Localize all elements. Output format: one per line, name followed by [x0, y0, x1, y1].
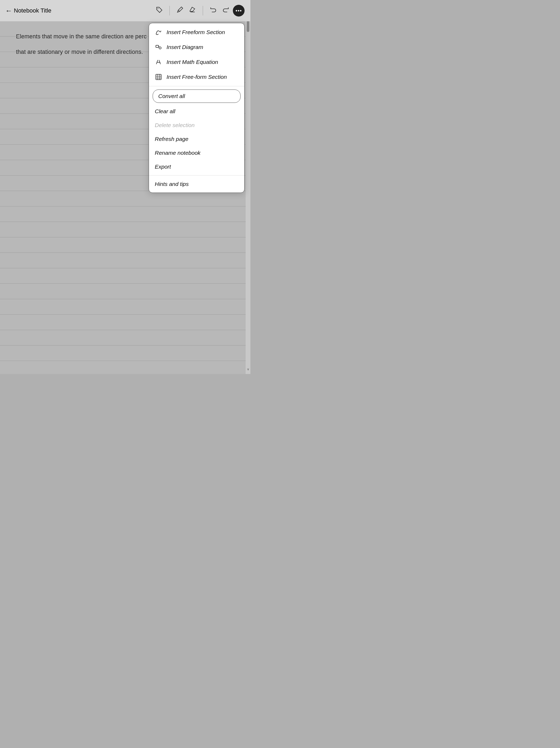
notebook-line	[0, 268, 246, 268]
insert-freeform-label: Insert Freeform Section	[166, 29, 225, 36]
diagram-icon	[155, 43, 162, 51]
notebook-line	[0, 221, 246, 222]
menu-item-insert-freeform[interactable]: Insert Freeform Section	[149, 25, 244, 40]
hints-and-tips-label: Hints and tips	[155, 181, 189, 187]
svg-rect-1	[156, 45, 159, 47]
svg-point-0	[158, 8, 159, 9]
undo-button[interactable]	[207, 5, 219, 17]
notebook-line	[0, 345, 246, 346]
eraser-button[interactable]	[187, 5, 199, 17]
rename-notebook-label: Rename notebook	[155, 150, 201, 156]
menu-item-clear-all[interactable]: Clear all	[149, 104, 244, 118]
insert-diagram-label: Insert Diagram	[166, 44, 203, 50]
menu-item-insert-diagram[interactable]: Insert Diagram	[149, 40, 244, 54]
menu-section-insert: Insert Freeform Section Insert Diagram I…	[149, 23, 244, 86]
menu-item-convert-all[interactable]: Convert all	[153, 90, 240, 103]
grid-icon	[155, 73, 162, 81]
notebook-line	[0, 253, 246, 253]
menu-item-insert-freeform-section[interactable]: Insert Free-form Section	[149, 70, 244, 85]
eraser-icon	[189, 6, 196, 15]
menu-item-rename-notebook[interactable]: Rename notebook	[149, 146, 244, 160]
redo-button[interactable]	[220, 5, 232, 17]
refresh-page-label: Refresh page	[155, 136, 188, 142]
more-options-button[interactable]: •••	[233, 5, 244, 17]
scroll-down-icon: ∨	[247, 367, 249, 371]
insert-freeform-section-label: Insert Free-form Section	[166, 74, 227, 80]
menu-item-insert-math[interactable]: Insert Math Equation	[149, 54, 244, 70]
export-label: Export	[155, 164, 171, 170]
menu-item-refresh-page[interactable]: Refresh page	[149, 132, 244, 146]
menu-section-help: Hints and tips	[149, 175, 244, 193]
header: ← Notebook Title	[0, 0, 251, 21]
insert-math-label: Insert Math Equation	[166, 59, 218, 65]
tag-button[interactable]	[154, 5, 165, 17]
back-button[interactable]: ← Notebook Title	[5, 7, 51, 15]
notebook-title: Notebook Title	[14, 7, 51, 14]
freeform-icon	[155, 28, 162, 36]
divider-1	[169, 6, 170, 16]
notebook-line	[0, 283, 246, 284]
svg-rect-3	[156, 74, 161, 80]
svg-point-2	[159, 47, 161, 49]
notebook-line	[0, 206, 246, 207]
convert-all-label: Convert all	[158, 93, 185, 99]
menu-item-delete-selection[interactable]: Delete selection	[149, 118, 244, 132]
delete-selection-label: Delete selection	[155, 122, 194, 128]
more-icon: •••	[235, 8, 242, 14]
notebook-line	[0, 299, 246, 299]
scrollbar-track: ∧ ∨	[246, 0, 251, 374]
math-icon	[155, 59, 162, 66]
clear-all-label: Clear all	[155, 108, 175, 115]
dropdown-menu: Insert Freeform Section Insert Diagram I…	[149, 23, 244, 193]
redo-icon	[222, 6, 230, 15]
menu-item-hints-and-tips[interactable]: Hints and tips	[149, 177, 244, 191]
pen-button[interactable]	[174, 5, 186, 17]
menu-item-export[interactable]: Export	[149, 160, 244, 174]
notebook-line	[0, 330, 246, 330]
tag-icon	[156, 6, 163, 15]
menu-section-actions: Convert all Clear all Delete selection R…	[149, 86, 244, 175]
undo-icon	[209, 6, 217, 15]
back-arrow-icon: ←	[5, 7, 12, 15]
pen-icon	[176, 6, 184, 15]
scroll-down-button[interactable]: ∨	[246, 365, 251, 374]
notebook-line	[0, 237, 246, 237]
